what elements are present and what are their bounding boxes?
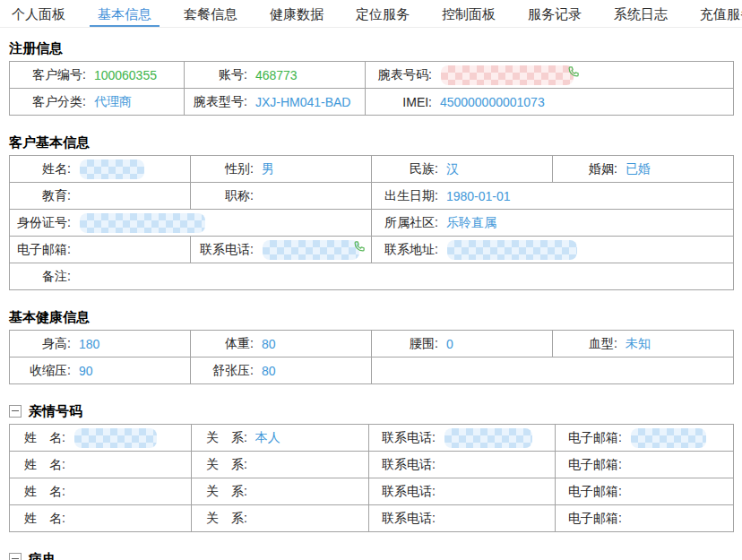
family-relation-value: 本人 <box>255 430 280 444</box>
empty-cell <box>372 358 734 384</box>
family-relation-label: 关 系: <box>192 457 247 473</box>
community-value: 乐聆直属 <box>446 215 496 229</box>
education-label: 教育: <box>10 188 71 204</box>
name-redacted-value <box>80 159 144 179</box>
family-relation-label: 关 系: <box>192 484 247 500</box>
customer-type-value: 代理商 <box>94 94 132 108</box>
customer-type-label: 客户分类: <box>10 94 86 110</box>
tab-location-service[interactable]: 定位服务 <box>348 0 418 27</box>
customer-no-value: 100060355 <box>94 68 157 82</box>
section-title-health-info: 基本健康信息 <box>9 309 90 324</box>
systolic-value: 90 <box>79 364 93 378</box>
family-email-redacted-value <box>631 428 706 448</box>
family-name-label: 姓 名: <box>10 484 65 500</box>
watch-model-label: 腕表型号: <box>185 94 247 110</box>
basic-info-table: 姓名: 性别: 男 民族: 汉 婚姻: 已婚 教育: 职称: <box>9 155 734 290</box>
gender-value: 男 <box>262 161 274 176</box>
community-label: 所属社区: <box>372 215 438 231</box>
tab-personal-panel[interactable]: 个人面板 <box>4 0 73 27</box>
contact-phone-label: 联系电话: <box>191 242 254 258</box>
family-phone-label: 联系电话: <box>369 457 436 473</box>
contact-phone-redacted-value <box>263 240 359 260</box>
watch-no-redacted-value <box>441 65 574 85</box>
waist-label: 腰围: <box>372 336 438 352</box>
family-phone-label: 联系电话: <box>369 484 436 500</box>
tab-control-panel[interactable]: 控制面板 <box>434 0 504 27</box>
weight-label: 体重: <box>191 336 254 352</box>
waist-value: 0 <box>446 337 453 351</box>
email-label: 电子邮箱: <box>10 242 71 258</box>
birth-date-value: 1980-01-01 <box>446 189 511 203</box>
birth-date-label: 出生日期: <box>372 188 438 204</box>
family-row: 姓 名: 关 系: 联系电话: 电子邮箱: <box>10 505 734 532</box>
account-value: 468773 <box>255 68 298 82</box>
family-phone-label: 联系电话: <box>369 430 436 446</box>
family-phone-label: 联系电话: <box>369 511 436 527</box>
marriage-label: 婚姻: <box>553 161 617 177</box>
blood-type-value: 未知 <box>626 336 651 350</box>
collapse-toggle-icon[interactable] <box>9 405 22 418</box>
family-name-label: 姓 名: <box>10 430 65 446</box>
ethnicity-value: 汉 <box>446 161 459 176</box>
family-phone-redacted-value <box>444 428 532 448</box>
family-row: 姓 名: 关 系: 联系电话: 电子邮箱: <box>10 452 734 478</box>
section-header-health-info: 基本健康信息 <box>9 309 733 324</box>
family-email-label: 电子邮箱: <box>556 457 622 473</box>
family-name-label: 姓 名: <box>10 457 65 473</box>
tab-recharge-service[interactable]: 充值服务 <box>692 0 742 27</box>
table-row: 姓名: 性别: 男 民族: 汉 婚姻: 已婚 <box>10 156 734 183</box>
family-email-label: 电子邮箱: <box>556 430 622 446</box>
section-header-registration: 注册信息 <box>9 40 733 56</box>
section-title-registration: 注册信息 <box>9 40 63 56</box>
id-card-redacted-value <box>80 213 205 233</box>
section-title-basic-info: 客户基本信息 <box>9 134 90 150</box>
section-header-family-numbers: 亲情号码 <box>9 403 733 418</box>
address-label: 联系地址: <box>372 242 438 258</box>
family-email-label: 电子邮箱: <box>556 484 622 500</box>
section-title-family-numbers: 亲情号码 <box>29 403 82 418</box>
collapse-toggle-icon[interactable] <box>9 553 22 560</box>
registration-table: 客户编号: 100060355 账号: 468773 腕表号码: 客户分类: 代… <box>9 61 734 116</box>
tab-system-log[interactable]: 系统日志 <box>606 0 676 27</box>
watch-no-label: 腕表号码: <box>366 67 432 83</box>
remark-label: 备注: <box>10 269 71 285</box>
table-row: 客户分类: 代理商 腕表型号: JXJ-HM041-BAD IMEI: 4500… <box>10 89 734 116</box>
table-row: 教育: 职称: 出生日期: 1980-01-01 <box>10 183 734 210</box>
tab-package-info[interactable]: 套餐信息 <box>176 0 246 27</box>
marriage-value: 已婚 <box>626 161 651 176</box>
section-header-medical-history: 病史 <box>9 551 733 560</box>
phone-icon[interactable] <box>352 240 366 254</box>
family-row: 姓 名: 关 系: 联系电话: 电子邮箱: <box>10 478 734 505</box>
imei-value: 450000000001073 <box>440 95 545 109</box>
height-label: 身高: <box>10 336 71 352</box>
ethnicity-label: 民族: <box>372 161 438 177</box>
diastolic-value: 80 <box>262 364 276 378</box>
job-title-label: 职称: <box>191 188 254 204</box>
family-email-label: 电子邮箱: <box>556 511 622 527</box>
tab-service-records[interactable]: 服务记录 <box>520 0 590 27</box>
tab-bar: 个人面板 基本信息 套餐信息 健康数据 定位服务 控制面板 服务记录 系统日志 … <box>0 0 742 28</box>
customer-no-label: 客户编号: <box>10 67 86 83</box>
table-row: 电子邮箱: 联系电话: 联系地址: <box>10 237 734 263</box>
blood-type-label: 血型: <box>553 336 617 352</box>
family-relation-label: 关 系: <box>192 511 247 527</box>
health-info-table: 身高: 180 体重: 80 腰围: 0 血型: 未知 收缩压: 90 舒张压: <box>9 330 734 384</box>
table-row: 收缩压: 90 舒张压: 80 <box>10 358 734 384</box>
table-row: 客户编号: 100060355 账号: 468773 腕表号码: <box>10 62 734 89</box>
section-title-medical-history: 病史 <box>29 551 56 560</box>
family-relation-label: 关 系: <box>192 430 247 446</box>
table-row: 身份证号: 所属社区: 乐聆直属 <box>10 210 734 237</box>
tab-basic-info[interactable]: 基本信息 <box>90 0 160 27</box>
family-numbers-table: 姓 名: 关 系: 本人 联系电话: 电子邮箱: 姓 名: 关 系: 联系电话:… <box>9 424 734 532</box>
main-content: 注册信息 客户编号: 100060355 账号: 468773 腕表号码: 客户… <box>0 40 742 560</box>
family-name-label: 姓 名: <box>10 511 65 527</box>
height-value: 180 <box>79 337 99 351</box>
id-card-label: 身份证号: <box>10 215 71 231</box>
phone-icon[interactable] <box>566 65 580 79</box>
name-label: 姓名: <box>10 161 71 177</box>
tab-health-data[interactable]: 健康数据 <box>262 0 332 27</box>
weight-value: 80 <box>262 337 276 351</box>
table-row: 备注: <box>10 263 734 290</box>
systolic-label: 收缩压: <box>10 363 71 379</box>
table-row: 身高: 180 体重: 80 腰围: 0 血型: 未知 <box>10 331 734 358</box>
